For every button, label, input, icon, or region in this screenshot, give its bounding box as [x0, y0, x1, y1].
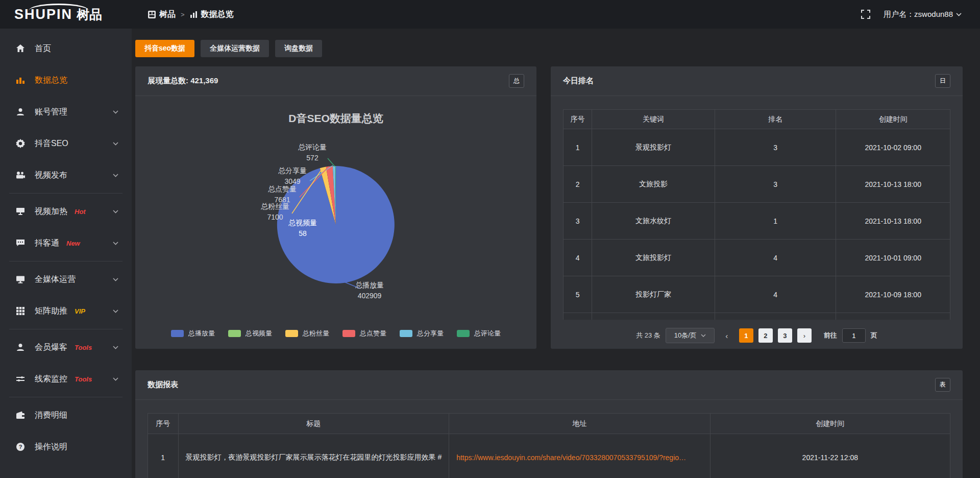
legend-item-play[interactable]: 总播放量 [171, 329, 215, 338]
tab-douyin-seo-data[interactable]: 抖音seo数据 [135, 40, 194, 57]
pagination-total: 共 23 条 [636, 331, 660, 340]
sidebar-item-douyin-seo[interactable]: 抖音SEO [0, 128, 132, 159]
sidebar-item-label: 数据总览 [35, 75, 67, 86]
sidebar-divider [9, 261, 122, 261]
table-row: 5 投影灯厂家 4 2021-10-09 18:00 [564, 276, 950, 313]
person-icon [15, 343, 26, 352]
table-row: 4 文旅投影灯 4 2021-10-01 09:00 [564, 240, 950, 276]
home-icon [15, 44, 26, 53]
monitor-icon [15, 275, 26, 284]
sidebar-divider [9, 329, 122, 329]
page-size-select[interactable]: 10条/页 [666, 328, 715, 343]
sidebar-divider [9, 193, 122, 194]
tab-media-operation-data[interactable]: 全媒体运营数据 [201, 40, 269, 57]
pie-label-comments: 总评论量572 [284, 142, 340, 163]
sidebar-item-label: 操作说明 [35, 442, 67, 452]
legend-chip [342, 330, 355, 337]
chevron-down-icon [113, 110, 118, 114]
sidebar-item-label: 消费明细 [35, 410, 67, 421]
col-rank: 排名 [715, 110, 836, 129]
day-badge-button[interactable]: 日 [935, 74, 950, 88]
main-content: 抖音seo数据 全媒体运营数据 询盘数据 展现量总数: 421,369 总 D音… [132, 29, 980, 478]
fullscreen-icon[interactable] [861, 10, 870, 19]
bar-chart-icon [190, 11, 198, 18]
sidebar-item-media-operation[interactable]: 全媒体运营 [0, 264, 132, 295]
breadcrumb-root[interactable]: 树品 [148, 9, 176, 20]
pie-label-videos: 总视频量58 [275, 218, 331, 239]
user-menu[interactable]: 用户名：zswodun88 [884, 10, 962, 19]
sidebar-item-label: 视频加热 [35, 206, 67, 217]
col-index: 序号 [564, 110, 592, 129]
pie-chart-svg [135, 96, 536, 348]
breadcrumb-root-label: 树品 [159, 9, 176, 20]
chart-legend: 总播放量 总视频量 总粉丝量 总点赞量 总分享量 总评论量 [135, 329, 536, 338]
vip-badge: VIP [75, 307, 85, 315]
sidebar-item-douketong[interactable]: 抖客通 New [0, 227, 132, 259]
sidebar-item-data-overview[interactable]: 数据总览 [0, 64, 132, 96]
table-badge-button[interactable]: 表 [935, 378, 950, 392]
report-panel-title: 数据报表 [148, 380, 178, 390]
next-page-button[interactable]: › [797, 328, 812, 343]
goto-page-input[interactable] [842, 328, 866, 343]
page-button-3[interactable]: 3 [778, 328, 792, 343]
sidebar-item-label: 首页 [35, 43, 51, 54]
col-created: 创建时间 [710, 414, 950, 434]
sidebar-item-video-publish[interactable]: 视频发布 [0, 159, 132, 191]
sidebar-item-help[interactable]: ? 操作说明 [0, 431, 132, 463]
sidebar: 首页 数据总览 账号管理 抖音SEO 视频发布 [0, 29, 132, 478]
today-ranking-panel: 今日排名 日 序号 关键词 排名 创建时间 1 [551, 66, 963, 349]
gear-icon [15, 139, 26, 148]
sliders-icon [15, 374, 26, 384]
breadcrumb-current-label: 数据总览 [201, 9, 234, 20]
sidebar-item-label: 全媒体运营 [35, 274, 76, 285]
tools-badge: Tools [75, 375, 92, 383]
chart-panel: 展现量总数: 421,369 总 D音SEO数据量总览 [135, 66, 536, 349]
ranking-table: 序号 关键词 排名 创建时间 1 景观投影灯 3 2021-10-02 09:0… [563, 109, 950, 320]
logo[interactable]: SHUPIN 树品 [0, 6, 132, 23]
sidebar-item-label: 抖音SEO [35, 138, 68, 149]
logo-arc-decoration [29, 4, 89, 11]
tab-inquiry-data[interactable]: 询盘数据 [275, 40, 322, 57]
sidebar-item-matrix-boost[interactable]: 矩阵助推 VIP [0, 295, 132, 327]
app-window-icon [148, 11, 156, 18]
breadcrumb-separator: > [181, 11, 185, 18]
table-row: 1 景观投影灯，夜游景观投影灯厂家展示展示落花灯在花园里的灯光投影应用效果 # … [148, 434, 950, 478]
prev-page-button[interactable]: ‹ [720, 328, 734, 343]
legend-item-likes[interactable]: 总点赞量 [342, 329, 386, 338]
sidebar-item-member[interactable]: 会员爆客 Tools [0, 331, 132, 363]
page-button-2[interactable]: 2 [758, 328, 773, 343]
pie-chart: D音SEO数据量总览 总评论量572 总分享量 [135, 96, 536, 348]
svg-text:?: ? [19, 444, 22, 450]
legend-item-videos[interactable]: 总视频量 [228, 329, 272, 338]
video-link[interactable]: https://www.iesdouyin.com/share/video/70… [456, 453, 686, 462]
legend-chip [285, 330, 298, 337]
table-header-row: 序号 关键词 排名 创建时间 [564, 110, 950, 129]
page-button-1[interactable]: 1 [739, 328, 753, 343]
col-keyword: 关键词 [592, 110, 715, 129]
sidebar-item-account[interactable]: 账号管理 [0, 96, 132, 128]
sidebar-item-home[interactable]: 首页 [0, 33, 132, 64]
data-tabs: 抖音seo数据 全媒体运营数据 询盘数据 [135, 40, 963, 57]
impressions-total-label: 展现量总数: 421,369 [148, 76, 218, 86]
sidebar-item-consumption[interactable]: 消费明细 [0, 399, 132, 431]
legend-item-comments[interactable]: 总评论量 [457, 329, 501, 338]
sidebar-item-clue-monitor[interactable]: 线索监控 Tools [0, 363, 132, 395]
hot-badge: Hot [75, 208, 86, 216]
total-badge-button[interactable]: 总 [509, 74, 524, 88]
sidebar-item-video-heat[interactable]: 视频加热 Hot [0, 196, 132, 227]
legend-item-shares[interactable]: 总分享量 [400, 329, 444, 338]
chevron-down-icon [113, 278, 118, 281]
chevron-down-icon [956, 13, 962, 16]
grid-icon [15, 306, 26, 316]
sidebar-item-label: 线索监控 [35, 374, 67, 385]
chevron-down-icon [113, 174, 118, 177]
table-row: 1 景观投影灯 3 2021-10-02 09:00 [564, 129, 950, 166]
chevron-down-icon [113, 346, 118, 349]
legend-item-fans[interactable]: 总粉丝量 [285, 329, 329, 338]
chevron-down-icon [701, 334, 706, 337]
breadcrumb-current[interactable]: 数据总览 [190, 9, 234, 20]
table-row-clipped [564, 313, 950, 320]
table-row: 3 文旅水纹灯 1 2021-10-13 18:00 [564, 203, 950, 240]
video-url-cell: https://www.iesdouyin.com/share/video/70… [449, 434, 710, 478]
col-index: 序号 [148, 414, 179, 434]
